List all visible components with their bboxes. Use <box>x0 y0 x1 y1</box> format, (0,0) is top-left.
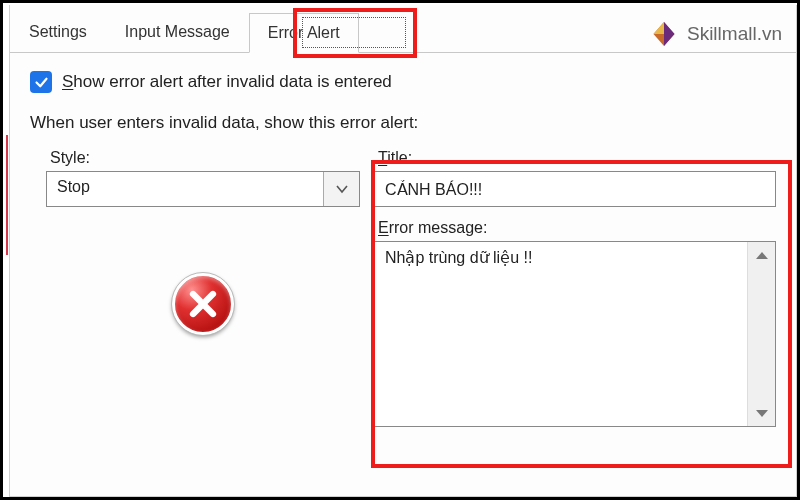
style-dropdown-button[interactable] <box>323 172 359 206</box>
show-error-alert-checkbox[interactable] <box>30 71 52 93</box>
title-label: Title: <box>378 149 776 167</box>
data-validation-dialog: Settings Input Message Error Alert Skill… <box>9 5 797 497</box>
tab-input-message[interactable]: Input Message <box>106 12 249 52</box>
brand-text: Skillmall.vn <box>687 23 782 45</box>
chevron-down-icon <box>336 183 348 195</box>
error-message-textarea[interactable]: Nhập trùng dữ liệu !! <box>374 241 776 427</box>
svg-marker-1 <box>664 22 675 46</box>
tab-error-alert[interactable]: Error Alert <box>249 13 359 53</box>
brand-watermark: Skillmall.vn <box>649 19 782 49</box>
stop-error-icon <box>172 273 234 335</box>
tab-settings[interactable]: Settings <box>10 12 106 52</box>
triangle-up-icon <box>756 252 768 259</box>
textarea-scrollbar[interactable] <box>747 242 775 426</box>
svg-marker-2 <box>653 22 664 34</box>
title-input[interactable] <box>374 171 776 207</box>
style-label: Style: <box>50 149 360 167</box>
style-dropdown[interactable]: Stop <box>46 171 360 207</box>
brand-logo-icon <box>649 19 679 49</box>
checkmark-icon <box>34 75 49 90</box>
section-heading: When user enters invalid data, show this… <box>30 113 776 133</box>
error-message-value: Nhập trùng dữ liệu !! <box>375 242 747 426</box>
style-dropdown-value: Stop <box>47 172 323 206</box>
scroll-down-button[interactable] <box>748 400 775 426</box>
triangle-down-icon <box>756 410 768 417</box>
error-message-label: Error message: <box>378 219 776 237</box>
scroll-up-button[interactable] <box>748 242 775 268</box>
show-error-alert-label: Show error alert after invalid data is e… <box>62 72 392 92</box>
